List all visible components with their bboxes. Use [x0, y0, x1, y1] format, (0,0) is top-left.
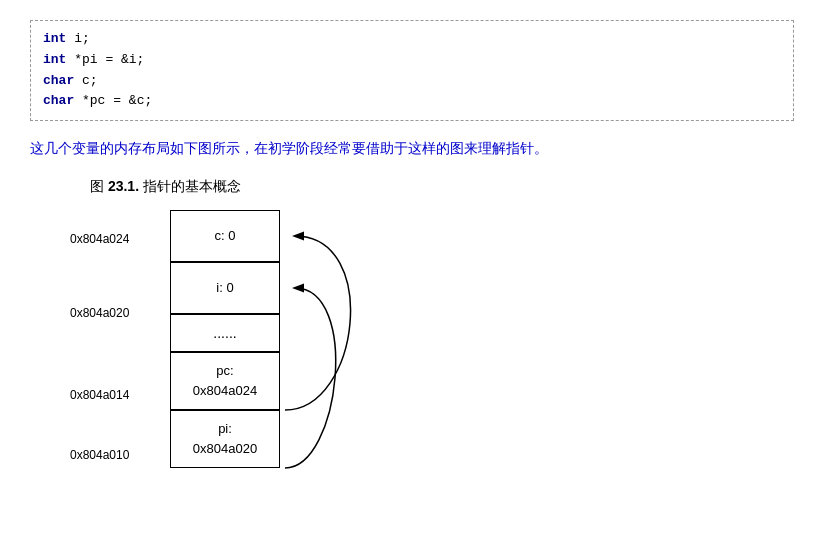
figure-label: 图 23.1. 指针的基本概念 [90, 178, 794, 196]
addr-0x804a020: 0x804a020 [70, 306, 129, 320]
code-line-2: int *pi = &i; [43, 50, 781, 71]
keyword-int-2: int [43, 52, 66, 67]
memory-box: c: 0 i: 0 ...... pc: 0x804a024 pi: 0x804… [170, 210, 280, 468]
keyword-char-2: char [43, 93, 74, 108]
cell-c: c: 0 [170, 210, 280, 262]
arrow-diagram [280, 210, 410, 520]
cell-pi: pi: 0x804a020 [170, 410, 280, 468]
keyword-char-1: char [43, 73, 74, 88]
addr-0x804a010: 0x804a010 [70, 448, 129, 462]
arrow-pi-to-i [285, 288, 336, 468]
code-line-3: char c; [43, 71, 781, 92]
code-block: int i; int *pi = &i; char c; char *pc = … [30, 20, 794, 121]
addr-0x804a014: 0x804a014 [70, 388, 129, 402]
arrow-pc-to-c [285, 236, 351, 410]
cell-pc: pc: 0x804a024 [170, 352, 280, 410]
figure-number: 23.1. [108, 178, 139, 194]
code-line-1: int i; [43, 29, 781, 50]
cell-i: i: 0 [170, 262, 280, 314]
code-line-4: char *pc = &c; [43, 91, 781, 112]
keyword-int-1: int [43, 31, 66, 46]
diagram-area: 0x804a024 0x804a020 0x804a014 0x804a010 … [70, 210, 794, 520]
addr-0x804a024: 0x804a024 [70, 232, 129, 246]
cell-dots: ...... [170, 314, 280, 352]
figure-label-text: 图 23.1. 指针的基本概念 [90, 178, 241, 194]
description-text: 这几个变量的内存布局如下图所示，在初学阶段经常要借助于这样的图来理解指针。 [30, 137, 794, 159]
